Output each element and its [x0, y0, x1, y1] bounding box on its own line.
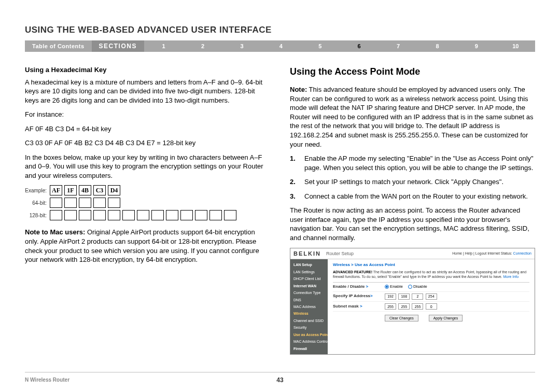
router-sidebar-item[interactable]: DNS [290, 297, 328, 303]
hex-box [93, 210, 106, 220]
hex-p5: In the boxes below, make up your key by … [25, 153, 270, 180]
ap-note: Note: This advanced feature should be em… [290, 85, 535, 149]
router-table: Enable / Disable > Enable Disable Specif… [333, 282, 529, 312]
router-more-info-link[interactable]: More Info [503, 275, 519, 278]
step-num: 1. [290, 154, 304, 172]
router-sidebar-item[interactable]: Security [290, 324, 328, 331]
nav-7[interactable]: 7 [379, 43, 417, 49]
router-sidebar-item[interactable]: LAN Setup [290, 261, 328, 268]
router-sidebar-item[interactable]: LAN Settings [290, 269, 328, 275]
step-num: 2. [290, 177, 304, 187]
step-1: Enable the AP mode my selecting "Enable"… [304, 154, 535, 172]
hex-box: AF [50, 185, 62, 195]
hex-box [50, 210, 62, 220]
nav-8[interactable]: 8 [418, 43, 457, 49]
hex-box [224, 210, 236, 220]
page-number: 43 [276, 376, 283, 384]
nav-sections-label: SECTIONS [92, 40, 144, 52]
router-adv-note: ADVANCED FEATURE! The Router can be conf… [333, 270, 529, 279]
router-sidebar-item[interactable]: Connection Type [290, 289, 328, 296]
hex-box [93, 198, 106, 208]
hex-box [195, 210, 207, 220]
ip-octet-2[interactable] [398, 293, 410, 300]
radio-disable[interactable] [408, 285, 412, 289]
apply-changes-button[interactable]: Apply Changes [429, 315, 463, 321]
router-brand: BELKIN [293, 250, 321, 258]
mac-note-label: Note to Mac users: [25, 228, 85, 236]
router-top-links: Home | Help | Logout Internet Status: Co… [452, 251, 531, 256]
hex-row-label-128: 128-bit: [25, 212, 50, 219]
hex-p4: C3 03 0F AF 0F 4B B2 C3 D4 4B C3 D4 E7 =… [25, 138, 270, 148]
left-column: Using a Hexadecimal Key A hexadecimal ke… [25, 65, 270, 355]
radio-enable[interactable] [385, 285, 389, 289]
router-sidebar-item[interactable]: Wireless [290, 310, 328, 317]
nav-6[interactable]: 6 [340, 43, 379, 49]
router-sidebar-item[interactable]: Use as Access Point [290, 331, 328, 338]
router-sidebar-item[interactable]: Internet WAN [290, 283, 328, 289]
hex-box [137, 210, 149, 220]
hex-box [209, 210, 222, 220]
page-footer: N Wireless Router 43 [25, 372, 535, 383]
ap-heading: Using the Access Point Mode [290, 65, 535, 78]
hex-row-label-64: 64-bit: [25, 200, 50, 207]
router-connection-status: Connection [513, 251, 531, 255]
router-header: BELKIN Router Setup Home | Help | Logout… [290, 248, 535, 260]
ap-after: The Router is now acting as an access po… [290, 206, 535, 242]
router-main: Wireless > Use as Access Point ADVANCED … [328, 259, 535, 354]
nav-1[interactable]: 1 [144, 43, 183, 49]
nav-toc[interactable]: Table of Contents [25, 43, 92, 49]
router-subtitle: Router Setup [326, 250, 354, 257]
router-sidebar-item[interactable]: MAC Address Control [290, 338, 328, 345]
router-adv-label: ADVANCED FEATURE! [333, 270, 372, 274]
subnet-mask-input[interactable] [385, 303, 438, 310]
router-screenshot: BELKIN Router Setup Home | Help | Logout… [290, 248, 535, 355]
hex-box [79, 210, 91, 220]
ip-octet-1[interactable] [385, 293, 396, 300]
hex-box [180, 210, 193, 220]
hex-box [79, 198, 91, 208]
mask-octet-1[interactable] [385, 303, 396, 310]
page-title: USING THE WEB-BASED ADVANCED USER INTERF… [25, 25, 535, 35]
ip-label: Specify IP Address> [333, 293, 385, 299]
mask-octet-2[interactable] [398, 303, 410, 310]
nav-2[interactable]: 2 [183, 43, 222, 49]
clear-changes-button[interactable]: Clear Changes [385, 315, 418, 321]
step-3: Connect a cable from the WAN port on the… [304, 192, 535, 201]
hex-box [166, 210, 178, 220]
ap-steps: 1.Enable the AP mode my selecting "Enabl… [290, 154, 535, 201]
router-sidebar-item[interactable]: DHCP Client List [290, 275, 328, 282]
hex-p2: For instance: [25, 110, 270, 119]
router-sidebar: LAN SetupLAN SettingsDHCP Client ListInt… [290, 259, 328, 354]
enable-disable-label: Enable / Disable > [333, 284, 385, 290]
step-2: Set your IP settings to match your netwo… [304, 177, 535, 187]
nav-bar: Table of Contents SECTIONS 1 2 3 4 5 6 7… [25, 40, 535, 52]
ap-note-body: This advanced feature should be employed… [290, 86, 533, 148]
ip-octet-3[interactable] [412, 293, 423, 300]
ip-address-input[interactable] [385, 293, 438, 300]
step-num: 3. [290, 192, 304, 201]
mask-octet-4[interactable] [426, 303, 437, 310]
hex-box [108, 210, 120, 220]
ip-octet-4[interactable] [426, 293, 437, 300]
router-sidebar-item[interactable]: MAC Address [290, 303, 328, 310]
hex-p1: A hexadecimal key is a mixture of number… [25, 78, 270, 105]
router-sidebar-item[interactable]: Firewall [290, 345, 328, 352]
hex-box: 4B [79, 185, 91, 195]
hex-box [64, 210, 77, 220]
hex-key-illustration: Example: AF 1F 4B C3 D4 64-bit: 128-bit [25, 185, 270, 220]
enable-disable-radio[interactable]: Enable Disable [385, 284, 427, 290]
hex-box [64, 198, 77, 208]
nav-5[interactable]: 5 [301, 43, 340, 49]
footer-product: N Wireless Router [25, 377, 69, 383]
nav-10[interactable]: 10 [496, 43, 535, 49]
radio-enable-label: Enable [390, 284, 403, 290]
right-column: Using the Access Point Mode Note: This a… [290, 65, 535, 355]
nav-4[interactable]: 4 [261, 43, 300, 49]
router-sidebar-item[interactable]: Channel and SSID [290, 317, 328, 324]
hex-box: D4 [108, 185, 120, 195]
router-top-links-text: Home | Help | Logout Internet Status: [452, 251, 512, 255]
mask-octet-3[interactable] [412, 303, 423, 310]
hex-box [50, 198, 62, 208]
nav-3[interactable]: 3 [222, 43, 261, 49]
nav-9[interactable]: 9 [457, 43, 496, 49]
